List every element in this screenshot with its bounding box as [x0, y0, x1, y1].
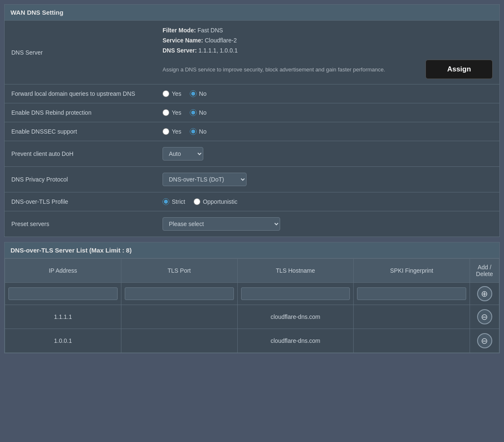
dns-rebind-value: Yes No: [156, 103, 499, 122]
server-table-header-row: IP Address TLS Port TLS Hostname SPKI Fi…: [5, 259, 499, 283]
preset-servers-select[interactable]: Please select Cloudflare Google Quad9: [163, 217, 280, 231]
dns-rebind-yes-label[interactable]: Yes: [163, 109, 181, 116]
service-name-label: Service Name:: [163, 37, 203, 44]
preset-servers-value: Please select Cloudflare Google Quad9: [156, 211, 499, 237]
remove-server-2-button[interactable]: ⊖: [477, 333, 492, 348]
dns-rebind-yes-radio[interactable]: [163, 109, 169, 116]
assign-row: Assign a DNS service to improve security…: [163, 60, 493, 79]
dnssec-yes-label[interactable]: Yes: [163, 128, 181, 135]
add-button-cell: ⊕: [470, 283, 499, 305]
spki-input-cell: [354, 283, 470, 305]
col-tls-hostname: TLS Hostname: [237, 259, 354, 283]
dnssec-no-label[interactable]: No: [190, 128, 207, 135]
forward-local-row: Forward local domain queries to upstream…: [5, 84, 499, 103]
dnssec-no-text: No: [199, 128, 207, 135]
wan-dns-panel: WAN DNS Setting DNS Server Filter Mode: …: [4, 4, 500, 237]
tls-port-input[interactable]: [125, 287, 234, 300]
dnssec-yes-radio[interactable]: [163, 128, 169, 135]
server-row-1-ip: 1.1.1.1: [5, 305, 121, 329]
dot-profile-label: DNS-over-TLS Profile: [5, 192, 156, 211]
prevent-doh-select[interactable]: Auto Enabled Disabled: [163, 147, 203, 160]
dot-server-list-panel: DNS-over-TLS Server List (Max Limit : 8)…: [4, 242, 500, 353]
dns-server-label: DNS Server: [5, 21, 156, 84]
filter-mode-text: Filter Mode: Fast DNS: [163, 26, 493, 36]
dnssec-yes-text: Yes: [172, 128, 181, 135]
server-row-2-port: [121, 329, 237, 353]
prevent-doh-value: Auto Enabled Disabled: [156, 141, 499, 167]
dnssec-label: Enable DNSSEC support: [5, 122, 156, 141]
forward-local-no-label[interactable]: No: [190, 90, 207, 97]
dns-privacy-select[interactable]: DNS-over-TLS (DoT) DNS-over-HTTPS (DoH) …: [163, 173, 247, 186]
forward-local-value: Yes No: [156, 84, 499, 103]
forward-local-no-text: No: [199, 90, 207, 97]
dns-rebind-no-radio[interactable]: [190, 109, 197, 116]
dns-rebind-label: Enable DNS Rebind protection: [5, 103, 156, 122]
forward-local-label: Forward local domain queries to upstream…: [5, 84, 156, 103]
preset-servers-row: Preset servers Please select Cloudflare …: [5, 211, 499, 237]
dns-rebind-no-text: No: [199, 109, 207, 116]
service-name-text: Service Name: Cloudflare-2: [163, 36, 493, 46]
dot-strict-text: Strict: [172, 198, 185, 205]
server-row-1: 1.1.1.1 cloudflare-dns.com ⊖: [5, 305, 499, 329]
server-row-1-port: [121, 305, 237, 329]
tls-hostname-input[interactable]: [241, 287, 350, 300]
dot-opportunistic-radio[interactable]: [194, 198, 200, 205]
col-add-delete: Add /Delete: [470, 259, 499, 283]
dot-profile-value: Strict Opportunistic: [156, 192, 499, 211]
dot-opportunistic-label[interactable]: Opportunistic: [194, 198, 237, 205]
dnssec-radio-group: Yes No: [163, 128, 493, 135]
dns-privacy-row: DNS Privacy Protocol DNS-over-TLS (DoT) …: [5, 167, 499, 192]
dot-strict-radio[interactable]: [163, 198, 169, 205]
dns-server-text: DNS Server: 1.1.1.1, 1.0.0.1: [163, 46, 493, 56]
col-spki-fingerprint: SPKI Fingerprint: [354, 259, 470, 283]
dot-profile-row: DNS-over-TLS Profile Strict Opportunisti…: [5, 192, 499, 211]
ip-input-cell: [5, 283, 121, 305]
remove-server-1-button[interactable]: ⊖: [477, 309, 492, 324]
dnssec-value: Yes No: [156, 122, 499, 141]
dot-strict-label[interactable]: Strict: [163, 198, 185, 205]
prevent-doh-label: Prevent client auto DoH: [5, 141, 156, 167]
filter-mode-label: Filter Mode:: [163, 27, 196, 34]
server-row-2-spki: [354, 329, 470, 353]
ip-address-input[interactable]: [8, 287, 118, 300]
dns-info-block: Filter Mode: Fast DNS Service Name: Clou…: [163, 26, 493, 55]
dot-server-list-title: DNS-over-TLS Server List (Max Limit : 8): [5, 242, 499, 258]
dns-server-label-text: DNS Server:: [163, 47, 197, 54]
server-row-1-spki: [354, 305, 470, 329]
assign-description: Assign a DNS service to improve security…: [163, 66, 419, 73]
dns-rebind-row: Enable DNS Rebind protection Yes No: [5, 103, 499, 122]
forward-local-yes-radio[interactable]: [163, 90, 169, 97]
service-name-value: Cloudflare-2: [205, 37, 236, 44]
forward-local-yes-text: Yes: [172, 90, 181, 97]
dnssec-no-radio[interactable]: [190, 128, 197, 135]
filter-mode-value: Fast DNS: [197, 27, 223, 34]
col-ip-address: IP Address: [5, 259, 121, 283]
server-row-2-hostname: cloudflare-dns.com: [237, 329, 354, 353]
dns-rebind-radio-group: Yes No: [163, 109, 493, 116]
dns-server-ips: 1.1.1.1, 1.0.0.1: [199, 47, 238, 54]
dot-profile-radio-group: Strict Opportunistic: [163, 198, 493, 205]
dns-server-value-cell: Filter Mode: Fast DNS Service Name: Clou…: [156, 21, 499, 84]
add-server-button[interactable]: ⊕: [477, 286, 492, 301]
forward-local-no-radio[interactable]: [190, 90, 197, 97]
dnssec-row: Enable DNSSEC support Yes No: [5, 122, 499, 141]
hostname-input-cell: [237, 283, 354, 305]
server-row-1-hostname: cloudflare-dns.com: [237, 305, 354, 329]
server-row-2-ip: 1.0.0.1: [5, 329, 121, 353]
dns-rebind-no-label[interactable]: No: [190, 109, 207, 116]
forward-local-radio-group: Yes No: [163, 90, 493, 97]
port-input-cell: [121, 283, 237, 305]
dns-privacy-label: DNS Privacy Protocol: [5, 167, 156, 192]
prevent-doh-row: Prevent client auto DoH Auto Enabled Dis…: [5, 141, 499, 167]
dot-server-table: IP Address TLS Port TLS Hostname SPKI Fi…: [5, 258, 499, 353]
server-input-row: ⊕: [5, 283, 499, 305]
dot-opportunistic-text: Opportunistic: [203, 198, 237, 205]
server-row-1-delete-cell: ⊖: [470, 305, 499, 329]
assign-button[interactable]: Assign: [425, 60, 493, 79]
col-tls-port: TLS Port: [121, 259, 237, 283]
server-row-2-delete-cell: ⊖: [470, 329, 499, 353]
preset-servers-label: Preset servers: [5, 211, 156, 237]
dns-rebind-yes-text: Yes: [172, 109, 181, 116]
spki-fingerprint-input[interactable]: [357, 287, 466, 300]
forward-local-yes-label[interactable]: Yes: [163, 90, 181, 97]
